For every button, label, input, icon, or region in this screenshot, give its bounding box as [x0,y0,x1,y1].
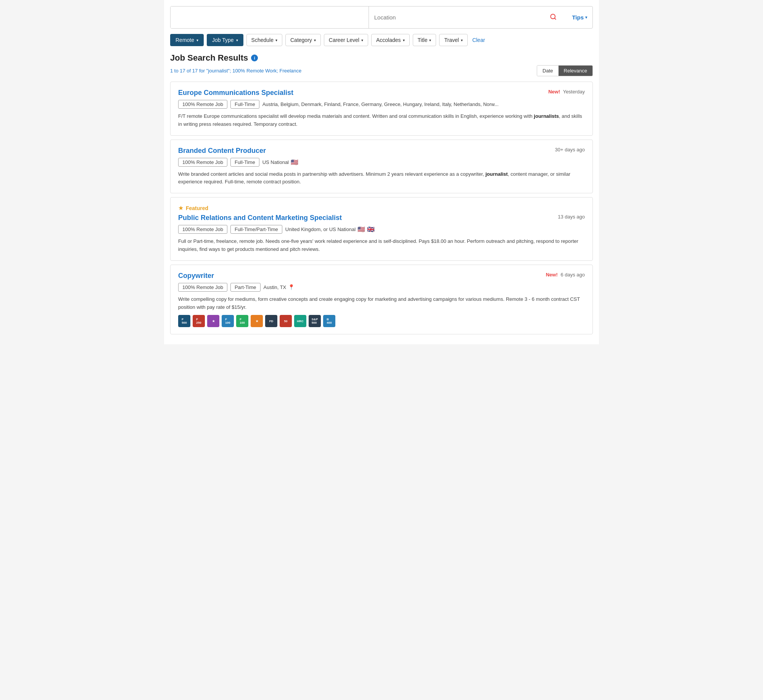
job-card-header: Copywriter New! 6 days ago [178,272,585,280]
filter-accolades[interactable]: Accolades ▾ [371,34,410,46]
location-pin-icon: 📍 [288,284,295,290]
us-flag-icon: 🇺🇸 [291,159,298,166]
featured-label: Featured [186,205,208,211]
badge-b400: B400 [323,315,335,327]
filter-schedule[interactable]: Schedule ▾ [246,34,282,46]
job-tags: 100% Remote Job Full-Time US National 🇺🇸 [178,158,585,167]
tips-button[interactable]: Tips ▾ [567,6,592,28]
search-input[interactable]: journalist [171,6,369,28]
job-tags: 100% Remote Job Full-Time Austria, Belgi… [178,100,585,109]
page-title-text: Job Search Results [170,53,248,63]
job-location: Austria, Belgium, Denmark, Finland, Fran… [262,101,499,107]
filter-career-level[interactable]: Career Level ▾ [324,34,368,46]
job-tags: 100% Remote Job Full-Time/Part-Time Unit… [178,225,585,234]
filter-category[interactable]: Category ▾ [285,34,321,46]
badge-bhsr: ★ [251,315,263,327]
job-tag: 100% Remote Job [178,283,227,292]
filter-remote[interactable]: Remote ▾ [170,34,204,46]
job-location: Austin, TX 📍 [264,284,295,290]
info-icon[interactable]: i [251,55,258,61]
featured-star-icon: ★ [178,204,184,212]
tips-chevron-icon: ▾ [585,15,587,19]
filter-travel-chevron-icon: ▾ [461,38,463,42]
job-description: Full or Part-time, freelance, remote job… [178,238,585,254]
job-date: 6 days ago [560,272,585,278]
filter-remote-chevron-icon: ▾ [196,38,198,42]
location-wrap [369,6,567,28]
badge-hrc: HRC [294,315,306,327]
job-meta-right: 13 days ago [558,214,585,220]
job-title[interactable]: Public Relations and Content Marketing S… [178,214,342,222]
job-meta-right: 30+ days ago [555,147,585,153]
filter-schedule-chevron-icon: ▾ [275,38,277,42]
location-input[interactable] [374,14,546,21]
sort-relevance-button[interactable]: Relevance [559,66,592,76]
job-date: 30+ days ago [555,147,585,153]
jobs-list: Europe Communications Specialist New! Ye… [170,82,593,338]
job-description: Write branded content articles and socia… [178,170,585,186]
uk-flag-icon: 🇬🇧 [367,226,375,233]
job-tags: 100% Remote Job Part-Time Austin, TX 📍 [178,283,585,292]
new-label: New! [548,89,560,95]
badge-forbes100b: F100 [236,315,248,327]
search-button[interactable] [545,10,561,24]
job-tag: Full-Time [230,100,259,109]
job-card-header: Public Relations and Content Marketing S… [178,214,585,222]
filter-bar: Remote ▾ Job Type ▾ Schedule ▾ Category … [170,34,593,46]
filter-category-label: Category [290,37,312,43]
accolades-badges: F500 F250 ★ F100 F100 ★ FD 50 HRC S&P500… [178,315,585,327]
filter-accolades-chevron-icon: ▾ [403,38,405,42]
page-header: Job Search Results i 1 to 17 of 17 for "… [170,53,593,76]
clear-filters-button[interactable]: Clear [472,37,485,43]
filter-accolades-label: Accolades [376,37,401,43]
filter-career-level-chevron-icon: ▾ [361,38,363,42]
job-card-header: Europe Communications Specialist New! Ye… [178,89,585,97]
job-tag: 100% Remote Job [178,158,227,167]
job-card: Copywriter New! 6 days ago 100% Remote J… [170,265,593,335]
job-title[interactable]: Europe Communications Specialist [178,89,293,97]
filter-title-label: Title [418,37,428,43]
job-card: Branded Content Producer 30+ days ago 10… [170,140,593,194]
job-date: 13 days ago [558,214,585,220]
job-card-header: Branded Content Producer 30+ days ago [178,147,585,155]
filter-job-type-chevron-icon: ▾ [236,38,238,42]
filter-title[interactable]: Title ▾ [413,34,436,46]
job-tag: 100% Remote Job [178,225,227,234]
badge-sp500: S&P500 [309,315,321,327]
tips-label: Tips [572,14,584,21]
job-location: United Kingdom, or US National 🇺🇸 🇬🇧 [285,226,375,233]
sort-date-button[interactable]: Date [537,66,558,76]
badge-forbes100: F100 [222,315,234,327]
us-flag-icon: 🇺🇸 [357,226,365,233]
job-description: F/T remote Europe communications special… [178,112,585,128]
results-text: 1 to 17 of 17 for "journalist"; 100% Rem… [170,68,301,74]
badge-mlsep: ★ [207,315,219,327]
filter-career-level-label: Career Level [329,37,359,43]
job-tag: Full-Time/Part-Time [230,225,282,234]
job-title[interactable]: Branded Content Producer [178,147,266,155]
results-line: 1 to 17 of 17 for "journalist"; 100% Rem… [170,65,593,76]
badge-f250: F250 [193,315,205,327]
job-title[interactable]: Copywriter [178,272,214,280]
sort-buttons: Date Relevance [537,65,593,76]
filter-travel[interactable]: Travel ▾ [439,34,467,46]
job-date: Yesterday [563,89,585,95]
filter-travel-label: Travel [444,37,459,43]
featured-row: ★ Featured [178,204,585,212]
badge-fd: FD [265,315,277,327]
badge-b50: 50 [280,315,292,327]
filter-schedule-label: Schedule [251,37,274,43]
filter-job-type-label: Job Type [212,37,234,43]
job-tag: Full-Time [230,158,259,167]
job-meta-right: New! Yesterday [548,89,585,95]
job-tag: 100% Remote Job [178,100,227,109]
new-label: New! [546,272,558,278]
svg-line-1 [555,18,556,19]
filter-category-chevron-icon: ▾ [314,38,316,42]
job-tag: Part-Time [230,283,261,292]
badge-f500: F500 [178,315,190,327]
filter-job-type[interactable]: Job Type ▾ [207,34,243,46]
filter-title-chevron-icon: ▾ [429,38,431,42]
job-location: US National 🇺🇸 [262,159,298,166]
job-card: ★ Featured Public Relations and Content … [170,197,593,261]
